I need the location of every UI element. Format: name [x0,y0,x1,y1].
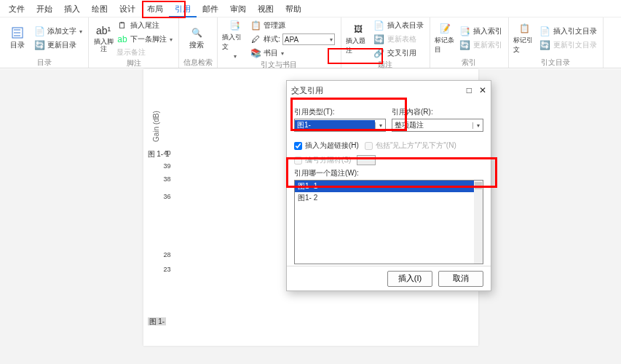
insert-index-button[interactable]: 📑插入索引 [458,25,504,38]
chevron-down-icon[interactable]: ▾ [472,122,483,129]
menu-references[interactable]: 引用 [169,0,197,17]
add-text-button[interactable]: 📄添加文字▾ [32,25,84,38]
style-dropdown[interactable]: 🖊样式:APA▾ [248,33,336,46]
group-label-citation: 引文与书目 [222,60,336,70]
reference-type-combo[interactable]: 图1- ▾ [294,119,386,132]
y-tick: 23 [164,266,171,273]
update-index-button: 🔄更新索引 [458,39,504,52]
mark-entry-button[interactable]: 📝 标记条目 [435,19,456,58]
list-item[interactable]: 图1- 2 [295,192,483,204]
search-button[interactable]: 🔍 搜索 [183,19,210,58]
toc-button[interactable]: 目录 [4,19,31,58]
separator-input [357,155,376,165]
reference-content-label: 引用内容(R): [392,107,483,117]
menu-help[interactable]: 帮助 [280,0,307,17]
cross-reference-button[interactable]: 🔗交叉引用 [372,47,425,60]
next-footnote-button[interactable]: ab下一条脚注▾ [115,33,174,46]
group-toc: 目录 📄添加文字▾ 🔄更新目录 目录 [0,17,89,68]
footnote-icon: ab¹ [98,25,109,36]
next-footnote-icon: ab [116,33,128,45]
insert-endnote-button[interactable]: 🗒插入尾注 [115,19,174,32]
menu-mail[interactable]: 邮件 [197,0,224,17]
footnote-label: 插入脚注 [93,38,114,52]
group-label-index: 索引 [435,58,504,68]
group-index: 📝 标记条目 📑插入索引 🔄更新索引 索引 [430,17,509,68]
crossref-icon: 🔗 [373,47,385,59]
update-icon: 🔄 [373,33,385,45]
caption-icon: 🖼 [352,23,364,35]
manage-sources-button[interactable]: 📋管理源 [248,19,336,32]
maximize-icon[interactable]: □ [467,85,472,95]
close-icon[interactable]: ✕ [479,85,486,95]
mark-citation-button[interactable]: 📋 标记引文 [513,19,537,58]
menu-view[interactable]: 视图 [252,0,280,17]
caption-listbox[interactable]: 图1- 1 图1- 2 [294,180,483,264]
y-tick: 39 [164,162,171,170]
index-icon: 📑 [459,25,471,37]
cross-reference-dialog: 交叉引用 □ ✕ 引用类型(T): 图1- ▾ 引用内容(R): 整项题注 ▾ [286,80,491,291]
toc-label: 目录 [10,40,25,50]
citation-label: 插入引文 [222,33,247,52]
group-label-caption: 题注 [346,60,425,70]
add-text-icon: 📄 [33,25,45,37]
dialog-titlebar[interactable]: 交叉引用 □ ✕ [287,81,491,100]
reference-type-value: 图1- [295,120,375,130]
reference-type-label: 引用类型(T): [294,107,386,117]
show-notes-button: 显示备注 [115,47,174,58]
insert-citation-table-button[interactable]: 📄插入引文目录 [538,25,598,38]
update-citation-table-button: 🔄更新引文目录 [538,39,598,52]
menu-design[interactable]: 设计 [114,0,141,17]
mark-entry-icon: 📝 [440,23,451,34]
above-below-checkbox: 包括"见上方"/"见下方"(N) [365,141,456,151]
toc-icon [12,27,23,39]
mark-label: 标记条目 [435,36,456,55]
insert-table-figures-button[interactable]: 📄插入表目录 [372,19,425,32]
menu-file[interactable]: 文件 [3,0,31,17]
y-tick: 28 [164,251,171,258]
reference-content-value: 整项题注 [392,120,472,130]
separator-checkbox: 编号分隔符(S) [294,155,483,165]
endnote-icon: 🗒 [116,20,128,31]
insert-citation-button[interactable]: 📑 插入引文▾ [222,19,247,60]
menu-home[interactable]: 开始 [31,0,58,17]
caption-label: 插入题注 [346,36,371,55]
group-search: 🔍 搜索 信息检索 [179,17,218,68]
refresh-icon: 🔄 [33,39,45,51]
manage-icon: 📋 [250,20,261,31]
group-citation: 📑 插入引文▾ 📋管理源 🖊样式:APA▾ 📚书目▾ 引文与书目 [218,17,341,68]
caption-list-label: 引用哪一个题注(W): [294,168,483,178]
update-toc-button[interactable]: 🔄更新目录 [32,39,84,52]
y-tick: 36 [164,193,171,200]
menu-draw[interactable]: 绘图 [86,0,114,17]
insert-footnote-button[interactable]: ab¹ 插入脚注 [93,19,114,58]
menu-insert[interactable]: 插入 [58,0,86,17]
menu-review[interactable]: 审阅 [224,0,252,17]
cancel-button[interactable]: 取消 [438,271,483,287]
bibliography-button[interactable]: 📚书目▾ [248,47,336,60]
group-label-footnote: 脚注 [93,58,174,68]
menu-layout[interactable]: 布局 [141,0,169,17]
update-table-button: 🔄更新表格 [372,33,425,46]
reference-content-combo[interactable]: 整项题注 ▾ [392,119,483,132]
dialog-title: 交叉引用 [291,85,323,96]
figure-caption-2: 图 1- [148,317,167,327]
scrollbar[interactable] [474,181,483,264]
menubar: 文件 开始 插入 绘图 设计 布局 引用 邮件 审阅 视图 帮助 [0,0,621,17]
mark-citation-icon: 📋 [519,23,531,34]
update-index-icon: 🔄 [459,39,471,51]
insert-caption-button[interactable]: 🖼 插入题注 [346,19,371,60]
insert-button[interactable]: 插入(I) [387,271,432,287]
bib-icon: 📚 [250,47,261,59]
mark-citation-label: 标记引文 [513,36,537,55]
group-citation-table: 📋 标记引文 📄插入引文目录 🔄更新引文目录 引文目录 [509,17,604,68]
scroll-thumb[interactable] [475,182,482,189]
hyperlink-checkbox[interactable]: 插入为超链接(H) [294,141,359,151]
group-label-citation-table: 引文目录 [513,58,598,68]
style-icon: 🖊 [250,33,261,45]
update-cit-icon: 🔄 [539,39,551,51]
chevron-down-icon[interactable]: ▾ [375,122,385,129]
dialog-footer: 插入(I) 取消 [287,266,491,290]
group-footnote: ab¹ 插入脚注 🗒插入尾注 ab下一条脚注▾ 显示备注 脚注 [89,17,179,68]
list-item[interactable]: 图1- 1 [295,181,483,192]
table-figures-icon: 📄 [373,20,385,31]
